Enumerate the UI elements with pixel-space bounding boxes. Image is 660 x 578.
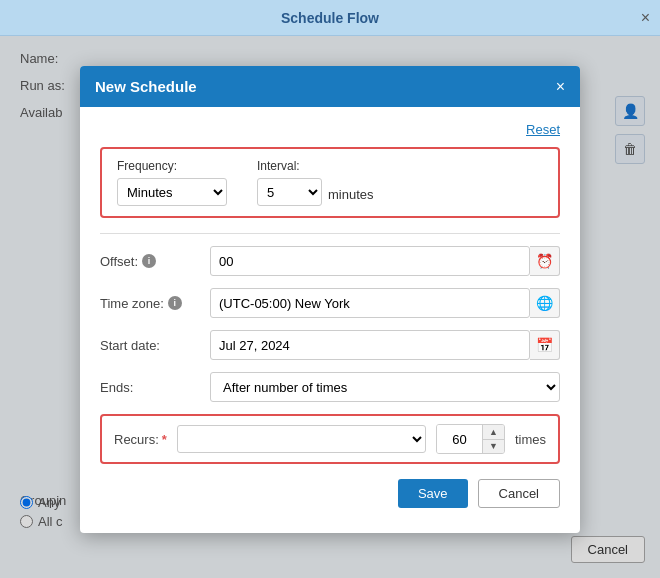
- recurs-number-input[interactable]: [437, 425, 482, 453]
- start-date-value: 📅: [210, 330, 560, 360]
- start-date-row: Start date: 📅: [100, 330, 560, 360]
- timezone-value: 🌐: [210, 288, 560, 318]
- modal-header: New Schedule ×: [80, 66, 580, 107]
- modal-dialog: New Schedule × Reset Frequency: Minutes …: [80, 66, 580, 533]
- save-button[interactable]: Save: [398, 479, 468, 508]
- timezone-input[interactable]: [210, 288, 530, 318]
- stepper-up-button[interactable]: ▲: [482, 425, 504, 440]
- ends-row: Ends: After number of times Never On dat…: [100, 372, 560, 402]
- recurs-box: Recurs: * ▲ ▼ times: [100, 414, 560, 464]
- offset-clock-icon-btn[interactable]: ⏰: [530, 246, 560, 276]
- stepper-buttons: ▲ ▼: [482, 425, 504, 453]
- frequency-label: Frequency:: [117, 159, 227, 173]
- modal-footer: Save Cancel: [100, 479, 560, 513]
- interval-select[interactable]: 1 2 3 4 5 10 15 30: [257, 178, 322, 206]
- offset-label: Offset: i: [100, 254, 210, 269]
- interval-unit-label: minutes: [328, 187, 374, 206]
- top-bar: Schedule Flow ×: [0, 0, 660, 36]
- stepper-down-button[interactable]: ▼: [482, 440, 504, 454]
- recurs-label: Recurs: *: [114, 432, 167, 447]
- separator: [100, 233, 560, 234]
- outer-window: Schedule Flow × Name: Run as: Availab Na…: [0, 0, 660, 578]
- timezone-info-icon: i: [168, 296, 182, 310]
- frequency-select[interactable]: Minutes Hours Days Weeks Months: [117, 178, 227, 206]
- recurs-select[interactable]: [177, 425, 426, 453]
- start-date-label: Start date:: [100, 338, 210, 353]
- ends-select[interactable]: After number of times Never On date: [210, 372, 560, 402]
- offset-value: ⏰: [210, 246, 560, 276]
- offset-input[interactable]: [210, 246, 530, 276]
- timezone-globe-icon-btn[interactable]: 🌐: [530, 288, 560, 318]
- interval-group: Interval: 1 2 3 4 5 10 15 30: [257, 159, 374, 206]
- window-close-button[interactable]: ×: [641, 9, 650, 27]
- modal-body: Reset Frequency: Minutes Hours Days Week…: [80, 107, 580, 533]
- recurs-number-group: ▲ ▼: [436, 424, 505, 454]
- frequency-group: Frequency: Minutes Hours Days Weeks Mont…: [117, 159, 227, 206]
- timezone-label: Time zone: i: [100, 296, 210, 311]
- modal-title: New Schedule: [95, 78, 197, 95]
- start-date-calendar-icon-btn[interactable]: 📅: [530, 330, 560, 360]
- times-label: times: [515, 432, 546, 447]
- recurs-required-star: *: [162, 432, 167, 447]
- offset-info-icon: i: [142, 254, 156, 268]
- freq-interval-box: Frequency: Minutes Hours Days Weeks Mont…: [100, 147, 560, 218]
- ends-label: Ends:: [100, 380, 210, 395]
- offset-row: Offset: i ⏰: [100, 246, 560, 276]
- interval-label: Interval:: [257, 159, 374, 173]
- start-date-input[interactable]: [210, 330, 530, 360]
- window-title: Schedule Flow: [281, 10, 379, 26]
- reset-link[interactable]: Reset: [100, 122, 560, 137]
- modal-overlay: New Schedule × Reset Frequency: Minutes …: [0, 36, 660, 578]
- cancel-button[interactable]: Cancel: [478, 479, 560, 508]
- timezone-row: Time zone: i 🌐: [100, 288, 560, 318]
- ends-value: After number of times Never On date: [210, 372, 560, 402]
- modal-close-button[interactable]: ×: [556, 79, 565, 95]
